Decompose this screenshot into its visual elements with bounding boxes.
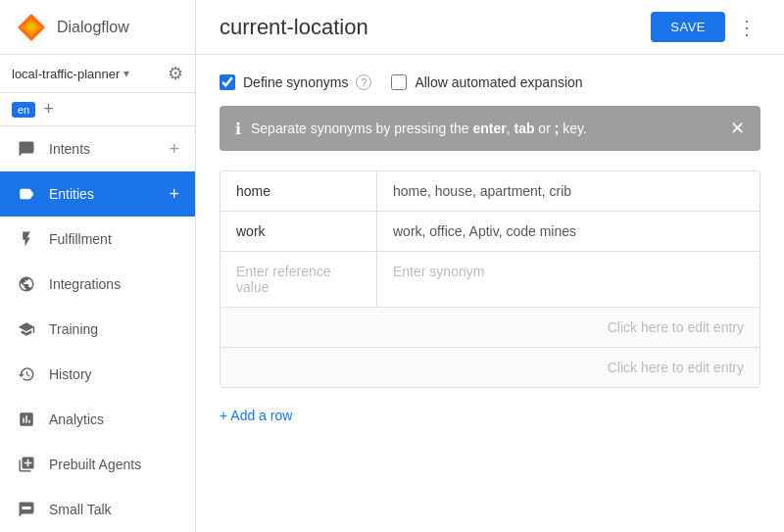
project-name: local-traffic-planner ▾ <box>12 67 129 81</box>
table-row-click-2[interactable]: Click here to edit entry <box>220 348 760 387</box>
history-icon <box>16 363 37 385</box>
help-icon[interactable]: ? <box>356 74 371 90</box>
intents-label: Intents <box>49 141 90 157</box>
fulfillment-icon <box>16 228 37 250</box>
allow-expansion-label: Allow automated expansion <box>415 74 582 90</box>
table-row-placeholder[interactable]: Enter reference value Enter synonym <box>220 252 760 308</box>
entities-add-icon[interactable]: + <box>169 184 179 205</box>
allow-expansion-checkbox[interactable] <box>391 74 407 90</box>
main-content: current-location SAVE ⋮ Define synonyms … <box>196 0 784 532</box>
intents-add-icon[interactable]: + <box>169 139 179 160</box>
info-banner-text: Separate synonyms by pressing the enter,… <box>251 121 587 136</box>
sidebar-item-smalltalk[interactable]: Small Talk <box>0 487 195 532</box>
entity-synonyms-value: work, office, Aptiv, code mines <box>377 212 760 251</box>
sidebar-item-entities[interactable]: Entities + <box>0 171 195 217</box>
smalltalk-icon <box>16 499 37 520</box>
integrations-icon <box>16 273 37 295</box>
entities-icon <box>16 183 37 205</box>
table-row[interactable]: home home, house, apartment, crib <box>220 171 760 212</box>
add-row-button[interactable]: + Add a row <box>220 404 292 427</box>
analytics-icon <box>16 409 37 430</box>
entities-label: Entities <box>49 186 94 202</box>
header-actions: SAVE ⋮ <box>651 12 760 43</box>
define-synonyms-label: Define synonyms <box>243 74 348 90</box>
language-badge[interactable]: en <box>12 102 35 118</box>
click-edit-text: Click here to edit entry <box>220 348 760 387</box>
page-title: current-location <box>220 15 368 40</box>
project-selector[interactable]: local-traffic-planner ▾ ⚙ <box>0 55 195 93</box>
define-synonyms-option[interactable]: Define synonyms ? <box>220 74 371 90</box>
info-banner: ℹ Separate synonyms by pressing the ente… <box>220 106 760 151</box>
entity-synonyms-value: home, house, apartment, crib <box>377 171 760 211</box>
options-row: Define synonyms ? Allow automated expans… <box>220 74 760 90</box>
dropdown-icon: ▾ <box>123 67 129 80</box>
nav-list: Intents + Entities + Fulfillment Integra… <box>0 126 195 532</box>
entity-table: home home, house, apartment, crib work w… <box>220 170 760 388</box>
sidebar-item-analytics[interactable]: Analytics <box>0 397 195 442</box>
entity-synonym-placeholder: Enter synonym <box>377 252 760 307</box>
entity-ref-value: home <box>220 171 377 211</box>
add-language-icon[interactable]: + <box>43 99 54 120</box>
main-header: current-location SAVE ⋮ <box>196 0 784 55</box>
settings-icon[interactable]: ⚙ <box>168 63 183 84</box>
sidebar-item-training[interactable]: Training <box>0 307 195 352</box>
entity-ref-placeholder: Enter reference value <box>220 252 377 307</box>
allow-expansion-option[interactable]: Allow automated expansion <box>391 74 582 90</box>
logo-label: Dialogflow <box>57 19 129 36</box>
main-body: Define synonyms ? Allow automated expans… <box>196 55 784 532</box>
sidebar: Dialogflow local-traffic-planner ▾ ⚙ en … <box>0 0 196 532</box>
info-icon: ℹ <box>235 120 241 138</box>
sidebar-item-integrations[interactable]: Integrations <box>0 262 195 307</box>
sidebar-item-intents[interactable]: Intents + <box>0 126 195 171</box>
close-banner-icon[interactable]: ✕ <box>730 118 745 139</box>
integrations-label: Integrations <box>49 276 121 292</box>
smalltalk-label: Small Talk <box>49 502 112 517</box>
table-row-click-1[interactable]: Click here to edit entry <box>220 308 760 348</box>
define-synonyms-checkbox[interactable] <box>220 74 235 90</box>
table-row[interactable]: work work, office, Aptiv, code mines <box>220 212 760 252</box>
training-label: Training <box>49 321 98 337</box>
sidebar-header: Dialogflow <box>0 0 195 55</box>
language-row: en + <box>0 93 195 126</box>
sidebar-item-prebuilt[interactable]: Prebuilt Agents <box>0 442 195 487</box>
logo-icon <box>16 12 47 43</box>
history-label: History <box>49 366 92 382</box>
sidebar-item-fulfillment[interactable]: Fulfillment <box>0 217 195 262</box>
entity-ref-value: work <box>220 212 377 251</box>
info-banner-content: ℹ Separate synonyms by pressing the ente… <box>235 120 587 138</box>
fulfillment-label: Fulfillment <box>49 231 112 247</box>
click-edit-text: Click here to edit entry <box>220 308 760 347</box>
prebuilt-label: Prebuilt Agents <box>49 457 141 472</box>
training-icon <box>16 318 37 340</box>
sidebar-item-history[interactable]: History <box>0 352 195 397</box>
analytics-label: Analytics <box>49 411 104 427</box>
more-icon[interactable]: ⋮ <box>733 12 760 43</box>
prebuilt-icon <box>16 454 37 475</box>
save-button[interactable]: SAVE <box>651 12 725 42</box>
intents-icon <box>16 138 37 160</box>
